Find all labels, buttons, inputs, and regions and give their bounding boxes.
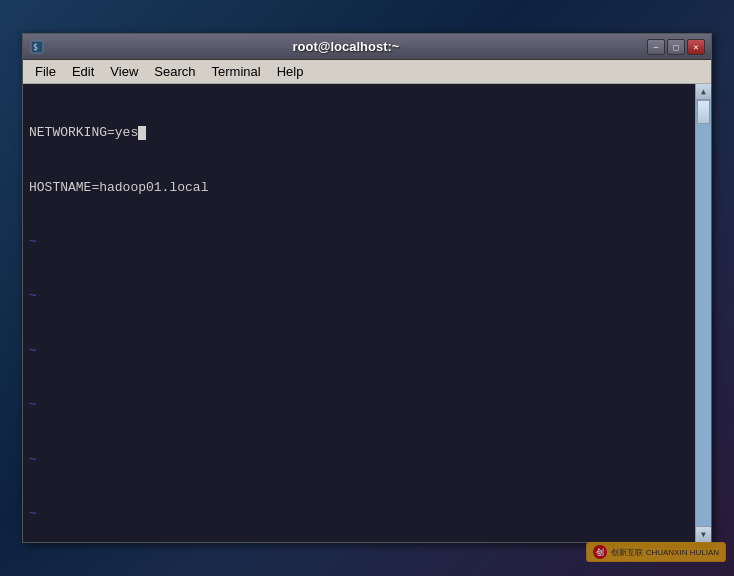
editor-area: NETWORKING=yes HOSTNAME=hadoop01.local ~… [23,84,711,542]
close-button[interactable]: ✕ [687,39,705,55]
window-title: root@localhost:~ [45,39,647,54]
terminal-window: $ root@localhost:~ − □ ✕ File Edit View … [22,33,712,543]
text-cursor [138,126,146,140]
tilde-line-4: ~ [29,396,689,414]
editor-line-1: NETWORKING=yes [29,124,689,142]
window-controls: − □ ✕ [647,39,705,55]
editor-content[interactable]: NETWORKING=yes HOSTNAME=hadoop01.local ~… [23,84,695,542]
line2-text: HOSTNAME=hadoop01.local [29,179,208,197]
scrollbar-thumb[interactable] [697,100,710,124]
tilde-line-5: ~ [29,451,689,469]
menu-view[interactable]: View [102,62,146,81]
scrollbar[interactable]: ▲ ▼ [695,84,711,542]
menu-edit[interactable]: Edit [64,62,102,81]
tilde-line-6: ~ [29,505,689,523]
scrollbar-up-button[interactable]: ▲ [696,84,711,100]
watermark: 创 创新互联 CHUANXIN HULIAN [586,542,726,562]
menu-terminal[interactable]: Terminal [204,62,269,81]
tilde-line-3: ~ [29,342,689,360]
scrollbar-track[interactable] [696,100,711,526]
tilde-line-2: ~ [29,288,689,306]
watermark-box: 创 创新互联 CHUANXIN HULIAN [586,542,726,562]
titlebar: $ root@localhost:~ − □ ✕ [23,34,711,60]
watermark-text: 创新互联 CHUANXIN HULIAN [611,547,719,558]
line1-text: NETWORKING=yes [29,124,138,142]
menu-file[interactable]: File [27,62,64,81]
scrollbar-down-button[interactable]: ▼ [696,526,711,542]
minimize-button[interactable]: − [647,39,665,55]
watermark-logo-icon: 创 [593,545,607,559]
editor-line-2: HOSTNAME=hadoop01.local [29,179,689,197]
app-icon: $ [29,39,45,55]
menubar: File Edit View Search Terminal Help [23,60,711,84]
maximize-button[interactable]: □ [667,39,685,55]
menu-help[interactable]: Help [269,62,312,81]
tilde-line-1: ~ [29,233,689,251]
svg-text:$: $ [33,43,38,52]
menu-search[interactable]: Search [146,62,203,81]
